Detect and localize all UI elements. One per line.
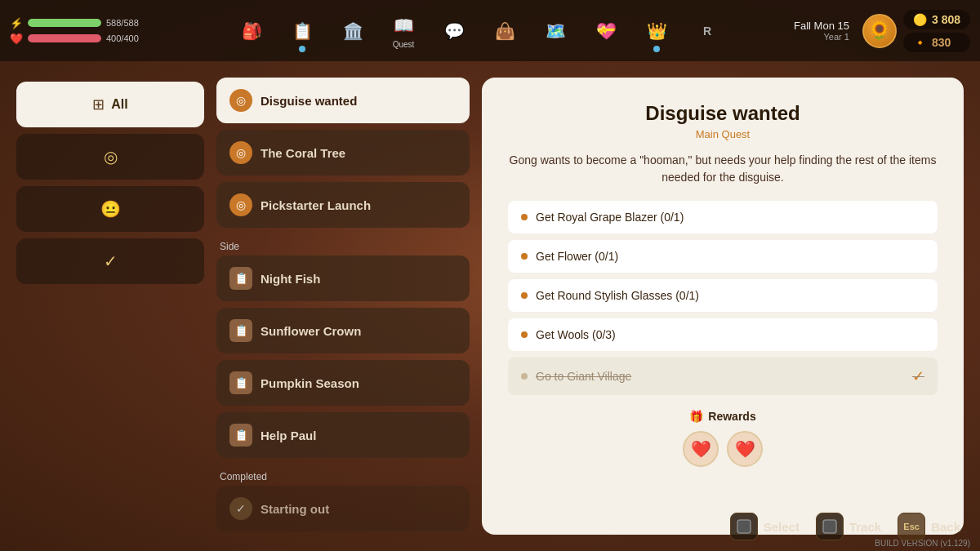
shop-icon: 👜 <box>492 18 518 44</box>
chat-icon: 💬 <box>441 18 467 44</box>
topbar-right: Fall Mon 15 Year 1 🌻 🟡 3 808 🔸 830 <box>794 10 970 52</box>
sidebar: ⊞All ◎ 😐 ✓ <box>16 78 204 535</box>
quest-icon-disguise: ◎ <box>229 89 252 112</box>
nav-item-chat[interactable]: 💬 <box>441 18 467 44</box>
people-icon: 📋 <box>289 18 315 44</box>
obj-dot-3 <box>521 331 528 338</box>
quest-item-paul[interactable]: 📋 Help Paul <box>216 412 470 458</box>
quest-list-panel: ◎ Disguise wanted ◎ The Coral Tree ◎ Pic… <box>216 78 470 535</box>
objective-list: Get Royal Grape Blazer (0/1) Get Flower … <box>508 201 938 395</box>
quest-name-pumpkin: Pumpkin Season <box>261 376 359 390</box>
quest-name-pickstarter: Pickstarter Launch <box>261 198 371 212</box>
gift-icon: 🎁 <box>689 410 703 423</box>
quest-icon: 📖 <box>390 12 416 38</box>
back-key: Esc <box>898 513 925 540</box>
svg-rect-0 <box>737 520 751 533</box>
nav-item-r[interactable]: R <box>694 18 720 44</box>
obj-text-0: Get Royal Grape Blazer (0/1) <box>536 211 684 224</box>
track-key <box>816 513 844 540</box>
quest-icon-nightfish: 📋 <box>229 267 252 290</box>
quest-item-pickstarter[interactable]: ◎ Pickstarter Launch <box>216 182 470 228</box>
esc-label: Esc <box>903 522 920 531</box>
avatar: 🌻 <box>862 14 897 48</box>
date-line1: Fall Mon 15 <box>794 20 849 32</box>
side-quest-icon: 😐 <box>100 199 121 219</box>
objective-item-1: Get Flower (0/1) <box>508 240 938 273</box>
nav-item-quest[interactable]: 📖 Quest <box>390 12 416 49</box>
quest-item-disguise[interactable]: ◎ Disguise wanted <box>216 78 470 123</box>
detail-description: Gong wants to become a "hooman," but nee… <box>508 152 938 186</box>
nav-item-map[interactable]: 🗺️ <box>542 18 568 44</box>
quest-icon-pumpkin: 📋 <box>229 371 252 394</box>
obj-text-2: Get Round Stylish Glasses (0/1) <box>536 289 699 302</box>
gold-amount: 3 808 <box>932 13 960 26</box>
silver-amount: 830 <box>932 36 951 49</box>
obj-dot-4 <box>521 373 528 380</box>
heart-nav-icon: 💝 <box>593 18 619 44</box>
obj-text-4: Go to Giant Village <box>536 370 631 383</box>
energy-label: 588/588 <box>106 18 139 28</box>
back-label: Back <box>931 520 960 534</box>
energy-stat: ⚡ 588/588 <box>10 17 165 29</box>
nav-item-building[interactable]: 🏛️ <box>340 18 366 44</box>
quest-item-pumpkin[interactable]: 📋 Pumpkin Season <box>216 360 470 406</box>
select-key <box>730 513 758 540</box>
select-action[interactable]: Select <box>730 513 800 540</box>
quest-nav-label: Quest <box>393 40 415 49</box>
map-icon: 🗺️ <box>542 18 568 44</box>
sidebar-btn-main[interactable]: ◎ <box>16 134 204 180</box>
nav-item-bag[interactable]: 🎒 <box>238 18 265 44</box>
topbar: ⚡ 588/588 ❤️ 400/400 🎒 📋 🏛️ 📖 Quest <box>0 0 980 61</box>
energy-bar-bg <box>28 19 101 27</box>
detail-subtitle: Main Quest <box>508 128 938 140</box>
objective-item-3: Get Wools (0/3) <box>508 318 938 351</box>
health-bar-fill <box>28 34 101 42</box>
side-section-label: Side <box>216 234 470 256</box>
silver-currency: 🔸 830 <box>903 33 970 52</box>
quest-name-nightfish: Night Fish <box>261 272 320 286</box>
quest-name-sunflower: Sunflower Crown <box>261 324 361 338</box>
track-label: Track <box>849 520 881 534</box>
sidebar-btn-all[interactable]: ⊞All <box>16 82 204 127</box>
quest-name-paul: Help Paul <box>261 429 316 442</box>
quest-item-sunflower[interactable]: 📋 Sunflower Crown <box>216 308 470 353</box>
objective-item-4: Go to Giant Village ✓ <box>508 358 938 395</box>
quest-name-disguise: Disguise wanted <box>261 94 357 108</box>
objective-item-0: Get Royal Grape Blazer (0/1) <box>508 201 938 233</box>
nav-item-people[interactable]: 📋 <box>289 18 315 44</box>
quest-icon-pickstarter: ◎ <box>229 193 252 216</box>
reward-icon-0: ❤️ <box>683 431 719 467</box>
rewards-section: 🎁 Rewards ❤️ ❤️ <box>508 410 938 467</box>
quest-icon-paul: 📋 <box>229 424 252 447</box>
nav-item-crown[interactable]: 👑 <box>644 18 670 44</box>
rewards-label: 🎁 Rewards <box>689 410 755 423</box>
nav-item-heart[interactable]: 💝 <box>593 18 619 44</box>
quest-icon-sunflower: 📋 <box>229 319 252 342</box>
obj-dot-1 <box>521 253 528 260</box>
quest-item-coral[interactable]: ◎ The Coral Tree <box>216 130 470 176</box>
quest-detail-panel: Disguise wanted Main Quest Gong wants to… <box>482 78 964 535</box>
currency-group: 🟡 3 808 🔸 830 <box>903 10 970 52</box>
main-quest-icon: ◎ <box>104 147 118 167</box>
obj-text-1: Get Flower (0/1) <box>536 250 618 263</box>
track-action[interactable]: Track <box>816 513 881 540</box>
energy-icon: ⚡ <box>10 17 23 29</box>
sidebar-btn-side[interactable]: 😐 <box>16 186 204 232</box>
completed-section-label: Completed <box>216 464 470 486</box>
bag-icon: 🎒 <box>238 18 265 44</box>
obj-check-4: ✓ <box>912 367 924 385</box>
completed-quest-icon: ✓ <box>104 251 118 271</box>
reward-icons: ❤️ ❤️ <box>683 431 763 467</box>
detail-title: Disguise wanted <box>508 102 938 125</box>
objective-item-2: Get Round Stylish Glasses (0/1) <box>508 279 938 312</box>
back-action[interactable]: Esc Back <box>898 513 960 540</box>
health-label: 400/400 <box>106 33 139 43</box>
main-content: ⊞All ◎ 😐 ✓ ◎ Disguise wanted ◎ The Coral… <box>0 61 980 551</box>
r-icon: R <box>694 18 720 44</box>
topbar-nav: 🎒 📋 🏛️ 📖 Quest 💬 👜 🗺️ 💝 👑 R <box>165 12 794 49</box>
sidebar-btn-completed[interactable]: ✓ <box>16 238 204 284</box>
quest-item-nightfish[interactable]: 📋 Night Fish <box>216 256 470 301</box>
health-bar-bg <box>28 34 101 42</box>
all-icon: ⊞ <box>92 96 105 113</box>
nav-item-shop[interactable]: 👜 <box>492 18 518 44</box>
